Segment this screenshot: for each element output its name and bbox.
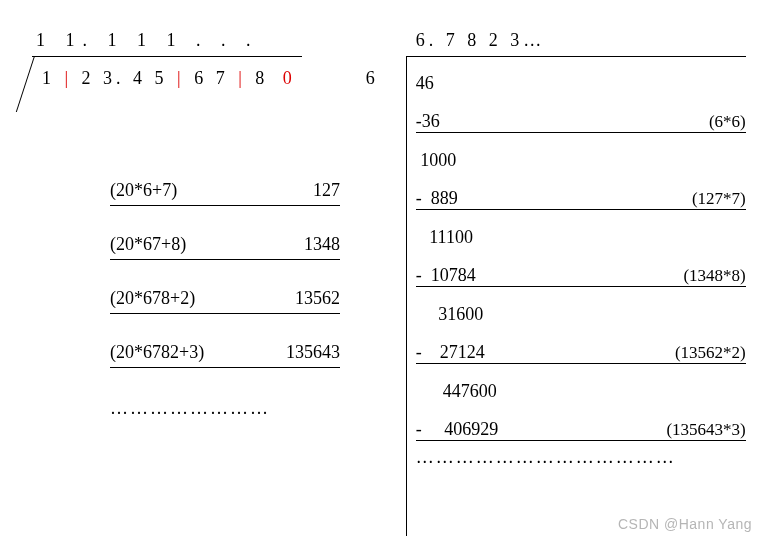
left-quotient: 1 1. 1 1 1 . . . (36, 30, 259, 51)
step-value: 127 (313, 180, 340, 201)
left-continuation-dots: …………………… (110, 398, 352, 419)
step-value: 135643 (286, 342, 340, 363)
work-number: 1000 (416, 150, 457, 171)
left-step-row: (20*6+7) 127 (110, 180, 340, 201)
step-expression: (20*678+2) (110, 288, 195, 309)
radicand-group-3: 6 7 (194, 68, 229, 88)
left-step-row: (20*678+2) 13562 (110, 288, 340, 309)
work-number: - 10784 (416, 265, 476, 286)
work-number: - 889 (416, 188, 458, 209)
left-radical-tail (2, 56, 35, 112)
work-note: (127*7) (692, 189, 746, 209)
left-step-row: (20*6782+3) 135643 (110, 342, 340, 363)
work-row: - 889 (127*7) (416, 183, 746, 210)
work-number: 447600 (416, 381, 497, 402)
step-underline (110, 313, 340, 314)
radicand-extra-zero: 0 (283, 68, 296, 88)
right-continuation-dots: ………………………………… (416, 447, 746, 468)
work-note: (1348*8) (683, 266, 745, 286)
group-separator: | (177, 68, 185, 89)
left-steps: (20*6+7) 127 (20*67+8) 1348 (20*678+2) 1… (110, 180, 352, 419)
work-row: - 406929 (135643*3) (416, 414, 746, 441)
step-expression: (20*6+7) (110, 180, 177, 201)
right-work-column: 46 -36 (6*6) 1000 - 889 (127*7) 11100 (416, 68, 746, 468)
work-row: - 10784 (1348*8) (416, 260, 746, 287)
work-number: - 406929 (416, 419, 499, 440)
right-quotient: 6. 7 8 2 3… (416, 30, 546, 51)
radicand-group-2: 2 3. 4 5 (82, 68, 168, 88)
work-row: 31600 (416, 299, 746, 325)
left-step-row: (20*67+8) 1348 (110, 234, 340, 255)
step-underline (110, 367, 340, 368)
radicand-group-4: 8 (255, 68, 268, 88)
watermark: CSDN @Hann Yang (618, 516, 752, 532)
work-number: - 27124 (416, 342, 485, 363)
right-division-bar (406, 56, 407, 536)
work-note: (6*6) (709, 112, 746, 132)
work-number: 46 (416, 73, 434, 94)
radicand-group-1: 1 (42, 68, 55, 88)
work-row: 1000 (416, 145, 746, 171)
step-value: 13562 (295, 288, 340, 309)
work-number: -36 (416, 111, 440, 132)
left-vinculum (32, 56, 302, 57)
step-expression: (20*67+8) (110, 234, 186, 255)
work-row: -36 (6*6) (416, 106, 746, 133)
group-separator: | (65, 68, 73, 89)
work-row: - 27124 (13562*2) (416, 337, 746, 364)
work-number: 11100 (416, 227, 473, 248)
step-underline (110, 259, 340, 260)
left-radicand: 1 | 2 3. 4 5 | 6 7 | 8 0 (42, 68, 296, 89)
right-vinculum (406, 56, 746, 57)
work-row: 46 (416, 68, 746, 94)
right-divisor: 6 (366, 68, 375, 89)
step-expression: (20*6782+3) (110, 342, 204, 363)
work-number: 31600 (416, 304, 484, 325)
step-value: 1348 (304, 234, 340, 255)
group-separator: | (238, 68, 246, 89)
step-underline (110, 205, 340, 206)
work-row: 447600 (416, 376, 746, 402)
work-row: 11100 (416, 222, 746, 248)
work-note: (13562*2) (675, 343, 746, 363)
work-note: (135643*3) (666, 420, 745, 440)
